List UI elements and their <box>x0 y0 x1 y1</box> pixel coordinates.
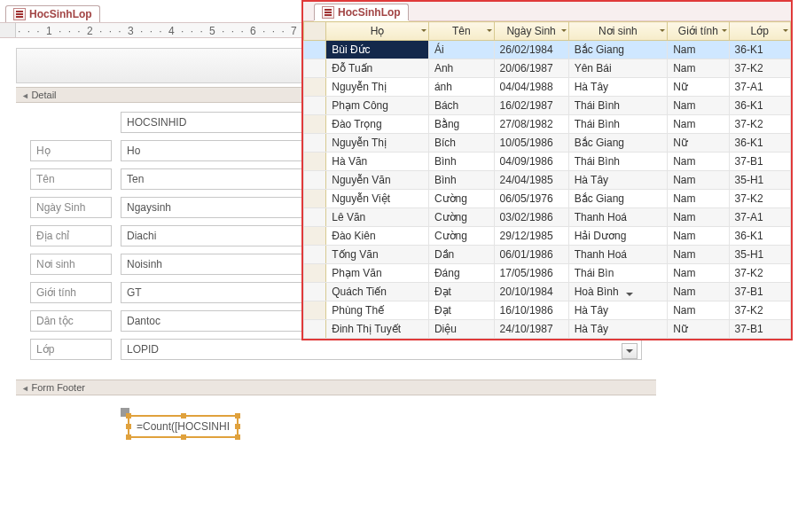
resize-handle[interactable] <box>235 413 240 419</box>
cell[interactable]: Nữ <box>668 78 729 97</box>
row-selector[interactable] <box>304 134 326 153</box>
column-filter-dropdown-icon[interactable] <box>783 29 788 35</box>
column-filter-dropdown-icon[interactable] <box>487 29 492 35</box>
cell[interactable]: Nguyễn Thị <box>326 78 429 97</box>
cell[interactable]: Thái Bình <box>568 97 667 115</box>
table-row[interactable]: Nguyễn Thịánh04/04/1988Hà TâyNữ37-A1 <box>304 78 791 97</box>
datasheet-window[interactable]: HocSinhLop HọTênNgày SinhNơi sinhGiới tí… <box>301 0 793 340</box>
cell[interactable]: 16/10/1986 <box>494 301 568 320</box>
cell[interactable]: Nam <box>668 97 729 115</box>
row-selector[interactable] <box>304 59 326 78</box>
cell[interactable]: Nguyễn Việt <box>326 190 429 208</box>
row-selector[interactable] <box>304 246 326 264</box>
column-filter-dropdown-icon[interactable] <box>660 29 665 35</box>
cell[interactable]: Nam <box>668 301 729 320</box>
cell[interactable]: 37-A1 <box>729 208 790 227</box>
table-row[interactable]: Phạm VănĐáng17/05/1986Thái BìnNam37-K2 <box>304 264 791 283</box>
cell[interactable]: Lê Văn <box>326 208 429 227</box>
column-header[interactable]: Tên <box>428 22 494 41</box>
cell[interactable]: ánh <box>428 78 494 97</box>
cell[interactable]: 37-K2 <box>729 301 790 320</box>
row-selector[interactable] <box>304 41 326 59</box>
column-header[interactable]: Lớp <box>729 22 790 41</box>
cell[interactable]: Phạm Công <box>326 97 429 115</box>
row-selector[interactable] <box>304 171 326 190</box>
resize-handle[interactable] <box>235 434 240 440</box>
column-header[interactable]: Ngày Sinh <box>494 22 568 41</box>
cell[interactable]: 04/09/1986 <box>494 153 568 171</box>
cell[interactable]: Nam <box>668 115 729 134</box>
cell[interactable]: Tống Văn <box>326 246 429 264</box>
row-selector[interactable] <box>304 190 326 208</box>
cell[interactable]: Anh <box>428 59 494 78</box>
row-selector[interactable] <box>304 320 326 339</box>
row-selector[interactable] <box>304 301 326 320</box>
cell[interactable]: Hà Tây <box>568 320 667 339</box>
cell[interactable]: 37-K2 <box>729 115 790 134</box>
cell[interactable]: 35-H1 <box>729 171 790 190</box>
cell[interactable]: 26/02/1984 <box>494 41 568 59</box>
cell[interactable]: Đinh Thị Tuyết <box>326 320 429 339</box>
cell[interactable]: 37-B1 <box>729 153 790 171</box>
table-row[interactable]: Đinh Thị TuyếtDiệu24/10/1987Hà TâyNữ37-B… <box>304 320 791 339</box>
table-row[interactable]: Quách TiếnĐạt20/10/1984Hoà BìnhNam37-B1 <box>304 283 791 301</box>
column-header[interactable]: Nơi sinh <box>568 22 667 41</box>
cell[interactable]: Phùng Thế <box>326 301 429 320</box>
cell[interactable]: Nữ <box>668 320 729 339</box>
cell[interactable]: Thái Bình <box>568 115 667 134</box>
resize-handle[interactable] <box>181 413 186 419</box>
cell[interactable]: Nguyễn Văn <box>326 171 429 190</box>
table-row[interactable]: Nguyễn ViệtCường06/05/1976Bắc GiangNam37… <box>304 190 791 208</box>
table-row[interactable]: Phùng ThếĐạt16/10/1986Hà TâyNam37-K2 <box>304 301 791 320</box>
cell[interactable]: Phạm Văn <box>326 264 429 283</box>
cell[interactable]: Ái <box>428 41 494 59</box>
footer-section[interactable]: =Count([HOCSINHI <box>16 395 656 468</box>
cell[interactable]: Nữ <box>668 134 729 153</box>
cell[interactable]: 04/04/1988 <box>494 78 568 97</box>
cell[interactable]: Nam <box>668 246 729 264</box>
cell[interactable]: 36-K1 <box>729 134 790 153</box>
column-filter-dropdown-icon[interactable] <box>722 29 727 35</box>
cell[interactable]: Thanh Hoá <box>568 208 667 227</box>
cell[interactable]: Hải Dương <box>568 227 667 246</box>
resize-handle[interactable] <box>181 434 186 440</box>
row-selector[interactable] <box>304 208 326 227</box>
field-label[interactable]: Dân tộc <box>30 310 112 332</box>
resize-handle[interactable] <box>126 413 131 419</box>
table-row[interactable]: Nguyễn ThịBích10/05/1986Bắc GiangNữ36-K1 <box>304 134 791 153</box>
cell[interactable]: Cường <box>428 208 494 227</box>
resize-handle[interactable] <box>235 424 240 429</box>
form-design-tab[interactable]: HocSinhLop <box>5 5 100 22</box>
select-all-cell[interactable] <box>304 22 326 41</box>
cell[interactable]: 36-K1 <box>729 41 790 59</box>
field-combobox[interactable]: LOPID <box>121 339 642 360</box>
cell[interactable]: Nam <box>668 171 729 190</box>
cell[interactable]: Thái Bình <box>568 153 667 171</box>
cell[interactable]: Thanh Hoá <box>568 246 667 264</box>
cell[interactable]: Bùi Đức <box>326 41 429 59</box>
field-label[interactable]: Nơi sinh <box>30 254 112 275</box>
row-selector[interactable] <box>304 283 326 301</box>
cell[interactable]: Nam <box>668 283 729 301</box>
column-filter-dropdown-icon[interactable] <box>421 29 426 35</box>
cell[interactable]: 36-K1 <box>729 97 790 115</box>
cell[interactable]: Đạt <box>428 301 494 320</box>
field-label[interactable]: Tên <box>30 168 112 190</box>
cell[interactable]: Cường <box>428 190 494 208</box>
cell[interactable]: 36-K1 <box>729 227 790 246</box>
field-label[interactable]: Giới tính <box>30 282 112 303</box>
field-row[interactable]: LớpLOPID <box>30 339 642 360</box>
row-selector[interactable] <box>304 264 326 283</box>
cell[interactable]: Đào Trọng <box>326 115 429 134</box>
cell[interactable]: Nam <box>668 190 729 208</box>
cell[interactable]: Hà Tây <box>568 171 667 190</box>
resize-handle[interactable] <box>126 434 131 440</box>
table-row[interactable]: Hà VănBình04/09/1986Thái BìnhNam37-B1 <box>304 153 791 171</box>
table-row[interactable]: Bùi ĐứcÁi26/02/1984Bắc GiangNam36-K1 <box>304 41 791 59</box>
row-selector[interactable] <box>304 97 326 115</box>
table-row[interactable]: Tống VănDần06/01/1986Thanh HoáNam35-H1 <box>304 246 791 264</box>
row-selector[interactable] <box>304 78 326 97</box>
cell[interactable]: 06/01/1986 <box>494 246 568 264</box>
cell[interactable]: Bình <box>428 171 494 190</box>
cell[interactable]: Hà Văn <box>326 153 429 171</box>
